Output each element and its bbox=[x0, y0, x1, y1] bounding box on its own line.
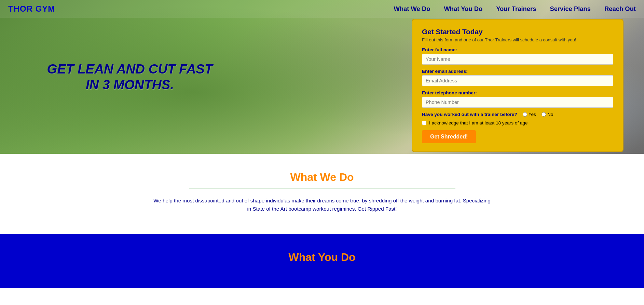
what-we-do-description: We help the most dissapointed and out of… bbox=[151, 197, 493, 213]
radio-no-input[interactable] bbox=[542, 112, 546, 117]
name-field-group: Enter full name: bbox=[422, 47, 613, 65]
nav-link-what-you-do[interactable]: What You Do bbox=[444, 5, 482, 12]
email-input[interactable] bbox=[422, 75, 613, 86]
email-label: Enter email address: bbox=[422, 69, 613, 74]
radio-group-label: Have you worked out with a trainer befor… bbox=[422, 112, 517, 117]
age-checkbox[interactable] bbox=[422, 121, 426, 125]
nav-link-plans[interactable]: Service Plans bbox=[550, 5, 591, 12]
phone-input[interactable] bbox=[422, 97, 613, 108]
phone-field-group: Enter telephone number: bbox=[422, 90, 613, 108]
name-input[interactable] bbox=[422, 54, 613, 65]
radio-yes-option: Yes bbox=[523, 112, 536, 117]
nav-link-what-we-do[interactable]: What We Do bbox=[394, 5, 430, 12]
what-we-do-section: What We Do We help the most dissapointed… bbox=[0, 154, 644, 234]
age-checkbox-group: I acknowledge that I am at least 18 year… bbox=[422, 120, 613, 125]
nav-links: What We Do What You Do Your Trainers Ser… bbox=[394, 5, 636, 13]
nav-link-reach-out[interactable]: Reach Out bbox=[604, 5, 636, 12]
form-subtitle: Fill out this form and one of our Thor T… bbox=[422, 37, 613, 42]
radio-yes-label: Yes bbox=[529, 112, 536, 117]
nav-logo[interactable]: THOR GYM bbox=[8, 4, 55, 14]
radio-no-option: No bbox=[542, 112, 553, 117]
hero-headline: GET LEAN AND CUT FAST IN 3 MONTHS. bbox=[41, 61, 219, 93]
what-you-do-section: What You Do bbox=[0, 234, 644, 288]
what-we-do-divider bbox=[189, 188, 455, 188]
hero-section: GET LEAN AND CUT FAST IN 3 MONTHS. Get S… bbox=[0, 0, 644, 154]
phone-label: Enter telephone number: bbox=[422, 90, 613, 95]
form-title: Get Started Today bbox=[422, 28, 613, 36]
submit-button[interactable]: Get Shredded! bbox=[422, 130, 476, 143]
name-label: Enter full name: bbox=[422, 47, 613, 52]
radio-no-label: No bbox=[547, 112, 553, 117]
what-you-do-title: What You Do bbox=[7, 251, 637, 264]
age-checkbox-label: I acknowledge that I am at least 18 year… bbox=[429, 120, 528, 125]
nav-link-trainers[interactable]: Your Trainers bbox=[496, 5, 536, 12]
trainer-radio-group: Have you worked out with a trainer befor… bbox=[422, 112, 613, 117]
navbar: THOR GYM What We Do What You Do Your Tra… bbox=[0, 0, 644, 18]
what-we-do-title: What We Do bbox=[7, 171, 637, 184]
radio-yes-input[interactable] bbox=[523, 112, 527, 117]
get-started-form-card: Get Started Today Fill out this form and… bbox=[412, 19, 624, 152]
email-field-group: Enter email address: bbox=[422, 69, 613, 86]
